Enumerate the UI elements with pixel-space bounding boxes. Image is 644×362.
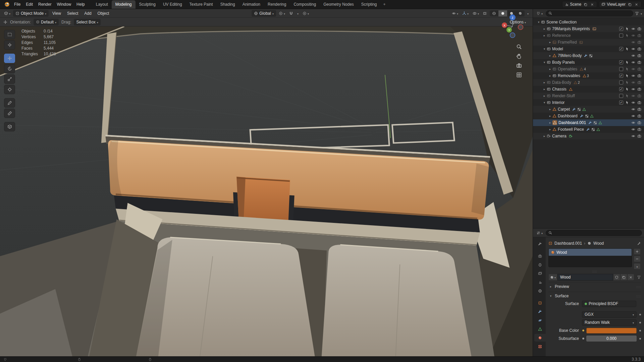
preview-section-header[interactable]: Preview [548,282,641,290]
snap-toggle[interactable] [288,10,294,16]
selectable-cursor-icon[interactable] [625,87,629,91]
breadcrumb-object[interactable]: Dashboard.001 [554,241,582,246]
animate-dot[interactable] [639,338,641,340]
selectable-cursor-icon[interactable] [625,94,629,98]
disclosure-icon[interactable] [542,134,547,138]
filter-funnel-icon[interactable] [635,11,639,15]
tool-transform[interactable] [4,85,15,94]
menu-object[interactable]: Object [95,10,112,17]
disable-render-camera-icon[interactable] [637,94,641,98]
tool-select-box[interactable] [4,30,15,39]
selectable-cursor-icon[interactable] [625,47,629,51]
unlink-material-button[interactable] [627,274,634,281]
disable-render-camera-icon[interactable] [637,127,641,131]
disable-render-camera-icon[interactable] [637,107,641,111]
disclosure-icon[interactable] [548,108,552,111]
tool-move[interactable] [4,54,15,63]
tab-layout[interactable]: Layout [92,0,112,9]
disclosure-icon[interactable] [548,74,552,77]
outliner-search-input[interactable] [546,10,633,16]
add-view-layer-button[interactable] [627,2,632,7]
disable-render-camera-icon[interactable] [637,74,641,78]
navigation-gizmo[interactable]: Z X Y [499,13,525,39]
hide-viewport-eye-icon[interactable] [631,114,635,118]
show-overlays-toggle[interactable] [471,10,480,17]
gizmo-minus-z[interactable] [510,33,515,38]
scene-selector[interactable]: Scene [562,1,597,8]
outliner-row-scene-collection[interactable]: Scene Collection [533,19,644,25]
selectable-cursor-icon[interactable] [625,74,629,78]
disable-render-camera-icon[interactable] [637,60,641,64]
panel-grip[interactable] [636,284,641,289]
menu-help[interactable]: Help [74,1,88,8]
pivot-point-dropdown[interactable] [277,10,286,17]
material-slot-list[interactable]: Wood [548,248,632,267]
menu-edit[interactable]: Edit [23,1,36,8]
hide-viewport-eye-icon[interactable] [631,54,635,58]
tab-rendering[interactable]: Rendering [264,0,290,9]
exclude-checkbox[interactable] [619,87,623,91]
outliner-row-interior[interactable]: Interior [533,99,644,106]
animate-dot[interactable] [639,322,641,323]
hide-viewport-eye-icon[interactable] [631,101,635,105]
resize-grip[interactable] [592,269,597,274]
outliner-row-footwell-piece[interactable]: Footwell Piece [533,126,644,133]
disclosure-icon[interactable] [542,34,547,37]
surface-shader-button[interactable]: Principled BSDF [582,301,636,307]
blender-logo-icon[interactable] [4,1,10,7]
tool-add-cube[interactable] [4,122,15,131]
outliner-row-reference[interactable]: Reference [533,32,644,39]
zoom-icon[interactable] [516,44,522,50]
disclosure-icon[interactable] [548,41,552,44]
tool-scale[interactable] [4,74,15,84]
menu-file[interactable]: File [11,1,23,8]
disclosure-icon[interactable] [548,128,552,131]
hide-viewport-eye-icon[interactable] [631,127,635,131]
outliner-options-dropdown[interactable] [641,11,642,16]
exclude-checkbox[interactable] [619,47,623,51]
outliner-row-removables[interactable]: Removables 3 [533,72,644,79]
outliner-row-dashboard-001[interactable]: Dashboard.001 [533,119,644,126]
hide-viewport-eye-icon[interactable] [631,40,635,44]
disable-render-camera-icon[interactable] [637,27,641,31]
selectable-cursor-icon[interactable] [625,67,629,71]
tab-texture-paint[interactable]: Texture Paint [186,0,217,9]
mode-dropdown[interactable]: Object Mode [13,10,49,17]
disable-render-camera-icon[interactable] [637,134,641,138]
distribution-dropdown[interactable]: GGX [582,311,637,318]
disclosure-icon[interactable] [542,81,547,84]
menu-view[interactable]: View [50,10,63,17]
exclude-checkbox[interactable] [619,94,623,98]
exclude-checkbox[interactable] [619,27,623,31]
disclosure-icon[interactable] [548,121,552,124]
hide-viewport-eye-icon[interactable] [631,134,635,138]
disable-render-camera-icon[interactable] [637,101,641,105]
new-scene-button[interactable] [583,2,588,7]
tool-measure[interactable] [4,109,15,118]
selectable-cursor-icon[interactable] [625,60,629,64]
outliner-row-model[interactable]: Model [533,46,644,52]
tab-tool[interactable] [534,240,546,248]
panel-grip[interactable] [636,294,641,298]
object-visibility-dropdown[interactable] [450,10,460,17]
properties-search-input[interactable] [546,230,642,236]
outliner-row-merc-body[interactable]: 79Merc-Body [533,52,644,59]
menu-select[interactable]: Select [65,10,80,17]
hide-viewport-eye-icon[interactable] [631,87,635,91]
disclosure-icon[interactable] [542,47,547,51]
disable-render-camera-icon[interactable] [637,47,641,51]
disable-render-camera-icon[interactable] [637,87,641,91]
disclosure-icon[interactable] [542,101,547,104]
pan-hand-icon[interactable] [516,53,522,59]
tab-animation[interactable]: Animation [239,0,264,9]
hide-viewport-eye-icon[interactable] [631,121,635,125]
disclosure-icon[interactable] [542,61,547,64]
tab-material[interactable] [534,334,546,342]
editor-type-button[interactable] [3,10,12,17]
hide-viewport-eye-icon[interactable] [631,67,635,71]
tab-texture[interactable] [534,343,546,350]
tab-modeling[interactable]: Modeling [112,0,136,9]
slot-specials-dropdown[interactable] [634,263,641,269]
tab-output[interactable] [534,261,546,268]
subsurface-value-slider[interactable]: 0.000 [586,336,637,342]
